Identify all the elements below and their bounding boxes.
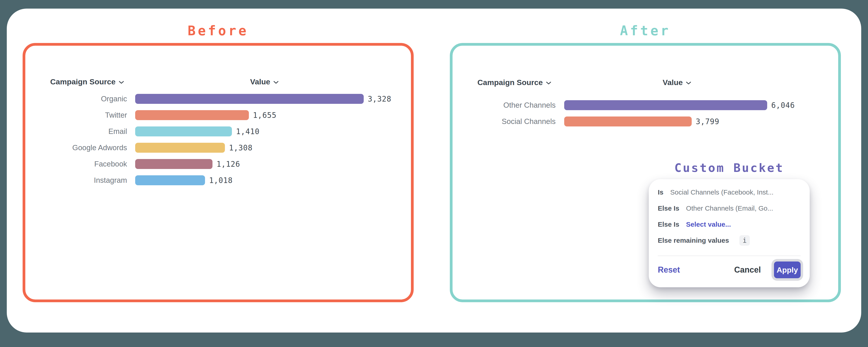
bar-value: 3,799 xyxy=(696,117,719,126)
bucket-condition-row: Else IsSelect value... xyxy=(658,216,801,232)
select-value-link[interactable]: Select value... xyxy=(686,221,731,228)
condition-keyword: Else Is xyxy=(658,204,679,212)
value-bar[interactable] xyxy=(135,143,225,153)
before-table-rows: Organic3,328Twitter1,655Email1,410Google… xyxy=(50,91,391,189)
row-label: Facebook xyxy=(50,160,127,168)
row-label: Social Channels xyxy=(477,117,556,126)
dialog-footer: Reset Cancel Apply xyxy=(658,260,804,280)
condition-value[interactable]: Social Channels (Facebook, Inst... xyxy=(670,189,774,196)
after-source-column-header[interactable]: Campaign Source xyxy=(477,78,551,87)
before-source-column-header[interactable]: Campaign Source xyxy=(50,77,124,86)
table-row: Facebook1,126 xyxy=(50,156,391,172)
value-bar[interactable] xyxy=(135,159,213,169)
before-title: Before xyxy=(23,23,414,38)
table-row: Email1,410 xyxy=(50,123,391,140)
after-source-header-label: Campaign Source xyxy=(477,78,543,87)
bar-value: 1,655 xyxy=(253,111,276,120)
bar-value: 1,308 xyxy=(229,143,252,152)
chevron-down-icon xyxy=(273,81,279,84)
chevron-down-icon xyxy=(686,81,691,85)
bar-value: 1,126 xyxy=(217,160,240,169)
after-title: After xyxy=(450,23,841,38)
bucket-condition-row: Else remaining valuesi xyxy=(658,232,801,249)
after-value-column-header[interactable]: Value xyxy=(632,78,722,87)
row-label: Twitter xyxy=(50,111,127,119)
custom-bucket-title: Custom Bucket xyxy=(649,161,810,175)
bucket-condition-row: Else IsOther Channels (Email, Go... xyxy=(658,200,801,216)
condition-keyword: Else remaining values xyxy=(658,237,729,244)
row-label: Other Channels xyxy=(477,101,556,110)
before-value-header-label: Value xyxy=(250,77,270,86)
value-bar[interactable] xyxy=(135,94,364,104)
table-row: Instagram1,018 xyxy=(50,172,391,189)
table-row: Other Channels6,046 xyxy=(477,97,795,113)
value-bar[interactable] xyxy=(564,100,767,110)
bar-value: 6,046 xyxy=(771,101,795,110)
before-value-column-header[interactable]: Value xyxy=(219,77,310,86)
dialog-divider xyxy=(658,256,801,256)
chevron-down-icon xyxy=(119,81,124,84)
table-row: Twitter1,655 xyxy=(50,107,391,123)
before-source-header-label: Campaign Source xyxy=(50,77,116,86)
value-bar[interactable] xyxy=(564,116,692,126)
bar-value: 1,018 xyxy=(209,176,232,185)
row-label: Google Adwords xyxy=(50,143,127,152)
table-row: Organic3,328 xyxy=(50,91,391,107)
table-row: Social Channels3,799 xyxy=(477,113,795,129)
custom-bucket-dialog: IsSocial Channels (Facebook, Inst...Else… xyxy=(649,179,810,287)
chevron-down-icon xyxy=(546,81,551,85)
after-table-rows: Other Channels6,046Social Channels3,799 xyxy=(477,97,795,129)
condition-keyword: Is xyxy=(658,189,663,196)
condition-value[interactable]: Other Channels (Email, Go... xyxy=(686,204,773,212)
reset-button[interactable]: Reset xyxy=(658,265,680,274)
cancel-button[interactable]: Cancel xyxy=(734,265,761,274)
bar-value: 3,328 xyxy=(368,94,391,104)
apply-button[interactable]: Apply xyxy=(774,261,801,278)
value-bar[interactable] xyxy=(135,175,205,185)
info-icon[interactable]: i xyxy=(739,235,750,245)
value-bar[interactable] xyxy=(135,110,249,120)
bar-value: 1,410 xyxy=(236,127,259,136)
table-row: Google Adwords1,308 xyxy=(50,140,391,156)
bucket-condition-row: IsSocial Channels (Facebook, Inst... xyxy=(658,184,801,200)
condition-keyword: Else Is xyxy=(658,221,679,228)
row-label: Organic xyxy=(50,94,127,103)
row-label: Instagram xyxy=(50,176,127,184)
bucket-condition-list: IsSocial Channels (Facebook, Inst...Else… xyxy=(658,184,801,249)
row-label: Email xyxy=(50,127,127,136)
after-value-header-label: Value xyxy=(663,78,683,87)
value-bar[interactable] xyxy=(135,126,232,136)
